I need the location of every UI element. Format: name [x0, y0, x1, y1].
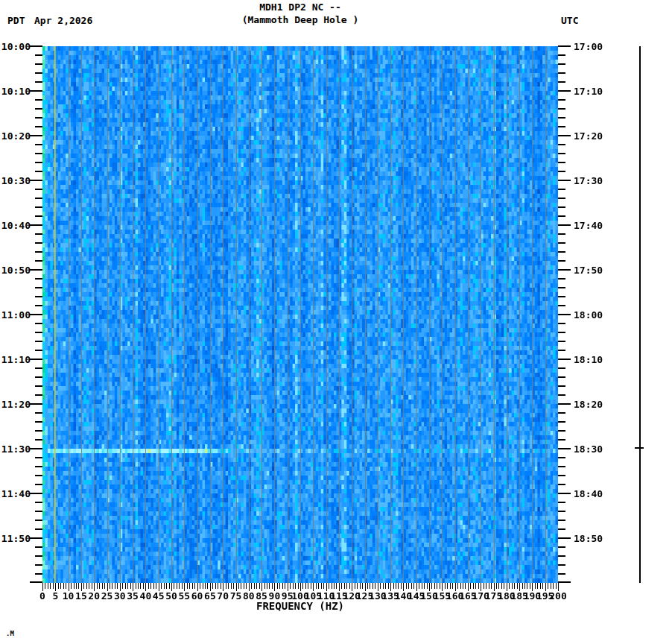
freq-tick	[182, 583, 183, 589]
right-major-tick	[558, 581, 571, 583]
right-minor-tick	[558, 296, 565, 297]
freq-tick	[221, 583, 221, 589]
left-time-tick-label: 11:20	[0, 400, 31, 409]
freq-tick	[360, 583, 361, 589]
freq-tick	[537, 583, 538, 589]
freq-tick	[164, 583, 165, 589]
freq-tick	[74, 583, 75, 589]
freq-tick-label: 200	[549, 591, 566, 601]
left-minor-tick	[35, 233, 42, 235]
freq-tick	[112, 583, 112, 589]
freq-tick	[329, 583, 329, 589]
left-time-tick-label: 10:30	[0, 176, 31, 186]
freq-tick	[470, 583, 471, 589]
freq-tick	[238, 583, 239, 589]
freq-tick	[92, 583, 92, 589]
right-minor-tick	[558, 260, 565, 262]
freq-tick	[293, 583, 294, 589]
right-minor-tick	[558, 332, 565, 333]
freq-tick	[150, 583, 151, 589]
left-minor-tick	[35, 412, 42, 414]
freq-tick	[290, 583, 291, 589]
right-minor-tick	[558, 117, 565, 119]
left-minor-tick	[35, 484, 42, 485]
right-minor-tick	[558, 287, 565, 288]
freq-tick	[465, 583, 466, 589]
spectrogram-heatmap[interactable]	[42, 46, 558, 583]
left-minor-tick	[35, 206, 42, 208]
right-time-tick-label: 17:30	[574, 176, 603, 186]
right-major-tick	[558, 90, 571, 92]
freq-tick	[259, 583, 260, 589]
left-time-tick-label: 10:20	[0, 131, 31, 141]
left-major-tick	[30, 45, 42, 47]
left-major-tick	[30, 269, 42, 271]
freq-tick	[83, 583, 84, 589]
freq-tick-label: 80	[243, 591, 255, 601]
right-major-tick	[558, 448, 571, 449]
timezone-left-label: PDT	[7, 16, 25, 25]
freq-tick	[553, 583, 554, 589]
left-major-tick	[30, 180, 42, 181]
freq-tick	[174, 583, 174, 589]
freq-tick	[138, 583, 139, 589]
freq-tick	[422, 583, 422, 589]
freq-tick	[431, 583, 432, 589]
freq-tick	[484, 583, 484, 589]
freq-tick	[117, 583, 118, 589]
freq-tick-label: 45	[153, 591, 165, 601]
right-minor-tick	[558, 72, 565, 74]
left-minor-tick	[35, 153, 42, 154]
plot-subtitle: (Mammoth Deep Hole )	[42, 15, 558, 25]
freq-tick-label: 55	[178, 591, 190, 601]
right-time-tick-label: 18:50	[574, 534, 603, 543]
freq-tick	[60, 583, 61, 589]
left-minor-tick	[35, 189, 42, 190]
freq-tick	[177, 583, 177, 589]
freq-tick	[251, 583, 252, 589]
freq-tick	[45, 583, 45, 589]
freq-tick	[367, 583, 368, 589]
freq-tick	[203, 583, 203, 589]
freq-tick	[357, 583, 358, 589]
left-time-tick-label: 11:30	[0, 444, 31, 454]
freq-tick	[161, 583, 162, 589]
freq-tick	[440, 583, 440, 589]
freq-tick	[86, 583, 87, 589]
left-minor-tick	[35, 332, 42, 333]
left-minor-tick	[35, 421, 42, 423]
right-minor-tick	[558, 323, 565, 324]
freq-tick	[385, 583, 386, 589]
freq-tick	[115, 583, 115, 589]
freq-tick-label: 75	[230, 591, 242, 601]
freq-tick	[527, 583, 527, 589]
left-time-tick-label: 11:40	[0, 489, 31, 499]
left-time-tick-label: 11:00	[0, 310, 31, 320]
freq-tick	[58, 583, 59, 589]
freq-tick	[427, 583, 428, 589]
freq-tick	[362, 583, 363, 589]
freq-tick	[419, 583, 419, 589]
freq-tick	[540, 583, 541, 589]
left-minor-tick	[35, 215, 42, 217]
right-minor-tick	[558, 466, 565, 467]
freq-tick	[489, 583, 489, 589]
left-minor-tick	[35, 260, 42, 262]
freq-tick	[349, 583, 350, 589]
freq-tick	[89, 583, 89, 589]
right-minor-tick	[558, 198, 565, 199]
freq-tick	[445, 583, 446, 589]
right-major-tick	[558, 224, 571, 226]
freq-tick	[244, 583, 244, 589]
freq-tick	[78, 583, 79, 589]
freq-tick	[548, 583, 548, 589]
left-minor-tick	[35, 430, 42, 432]
freq-tick	[457, 583, 458, 589]
freq-tick	[401, 583, 402, 589]
right-major-tick	[558, 180, 571, 181]
freq-tick	[228, 583, 229, 589]
x-axis-title: FREQUENCY (HZ)	[42, 601, 558, 611]
left-minor-tick	[35, 385, 42, 387]
freq-tick	[375, 583, 375, 589]
freq-tick	[463, 583, 463, 589]
